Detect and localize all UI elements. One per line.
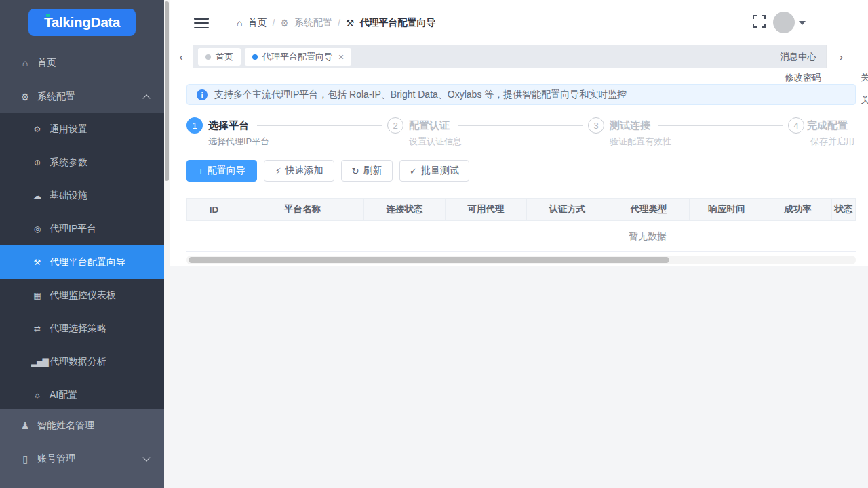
menu-item-change-password[interactable]: 修改密码: [785, 72, 821, 84]
users-icon: ♟: [19, 420, 31, 431]
sidebar-item-label: 代理选择策略: [50, 323, 106, 335]
lightbulb-icon: ☼: [31, 390, 43, 400]
topbar: ⌂ 首页 / ⚙ 系统配置 / ⚒ 代理平台配置向导: [170, 0, 868, 45]
step-2-circle: 2: [387, 117, 403, 134]
tab-dot-icon: [252, 54, 258, 60]
avatar[interactable]: [773, 12, 795, 33]
tab-home[interactable]: 首页: [198, 48, 241, 66]
sidebar-item-label: 代理IP平台: [50, 223, 96, 235]
column-header-success-rate: 成功率: [764, 199, 832, 220]
sidebar-item-proxy-ip-platform[interactable]: ◎ 代理IP平台: [0, 212, 164, 245]
empty-state-text: 暂无数据: [629, 230, 667, 243]
horizontal-scrollbar[interactable]: [186, 256, 856, 264]
column-header-available-proxies: 可用代理: [446, 199, 527, 220]
main-area: ⌂ 首页 / ⚙ 系统配置 / ⚒ 代理平台配置向导 ‹ 首页: [170, 0, 868, 488]
info-banner-text: 支持多个主流代理IP平台，包括 Rola-IP、Bright Data、Oxyl…: [214, 89, 627, 101]
tools-icon: ⚒: [31, 258, 43, 267]
step-2-title: 配置认证: [409, 119, 450, 132]
batch-test-button[interactable]: ✓ 批量测试: [399, 160, 469, 182]
globe-icon: ◎: [31, 224, 43, 234]
sidebar-item-smart-name-management[interactable]: ♟ 智能姓名管理: [0, 409, 164, 442]
sidebar-item-proxy-wizard[interactable]: ⚒ 代理平台配置向导: [0, 245, 164, 279]
gear-icon: ⚙: [19, 92, 31, 102]
step-1-circle: 1: [186, 117, 203, 134]
logo-text: TalkingData: [44, 14, 120, 30]
step-2-desc: 设置认证信息: [409, 136, 462, 148]
lightning-icon: ⚡: [275, 166, 281, 176]
column-header-connection-status: 连接状态: [364, 199, 446, 220]
sidebar-item-proxy-analytics[interactable]: ▂▅▇ 代理数据分析: [0, 345, 164, 378]
content-panel: i 支持多个主流代理IP平台，包括 Rola-IP、Bright Data、Ox…: [170, 68, 868, 266]
sidebar-item-proxy-strategy[interactable]: ⇄ 代理选择策略: [0, 312, 164, 345]
sidebar-item-home[interactable]: ⌂ 首页: [0, 45, 164, 81]
menu-item-edge-1[interactable]: 关: [861, 72, 868, 84]
step-4-title: 完成配置: [807, 119, 848, 132]
gear-icon: ⚙: [31, 125, 43, 134]
tab-label: 首页: [216, 51, 233, 63]
fullscreen-icon[interactable]: [753, 15, 766, 28]
plus-icon: +: [198, 166, 203, 176]
breadcrumb: ⌂ 首页 / ⚙ 系统配置 / ⚒ 代理平台配置向导: [237, 0, 435, 45]
horizontal-scrollbar-thumb[interactable]: [189, 257, 669, 263]
step-1-desc: 选择代理IP平台: [208, 136, 269, 148]
sidebar-item-infrastructure[interactable]: ☁ 基础设施: [0, 179, 164, 212]
vertical-scrollbar[interactable]: [164, 0, 170, 488]
sidebar-item-label: 系统参数: [50, 157, 87, 169]
hamburger-menu-icon[interactable]: [194, 18, 209, 28]
sidebar-item-label: 通用设置: [50, 123, 87, 136]
sidebar-item-label: 代理监控仪表板: [50, 289, 116, 302]
column-header-status: 状态: [832, 199, 855, 220]
quick-add-button[interactable]: ⚡ 快速添加: [264, 160, 334, 182]
sidebar-item-system-config[interactable]: ⚙ 系统配置: [0, 81, 164, 113]
logo[interactable]: TalkingData: [28, 9, 136, 36]
step-connector: [257, 125, 382, 126]
refresh-button[interactable]: ↻ 刷新: [341, 160, 393, 182]
globe-icon: ⊕: [31, 158, 43, 167]
message-center-item[interactable]: 消息中心: [780, 51, 816, 63]
sidebar-item-system-params[interactable]: ⊕ 系统参数: [0, 146, 164, 179]
column-header-auth-method: 认证方式: [527, 199, 608, 220]
sidebar-submenu-system-config: ⚙ 通用设置 ⊕ 系统参数 ☁ 基础设施 ◎ 代理IP平台 ⚒ 代理平台配置: [0, 113, 164, 411]
tabbar-end-cap: [856, 45, 868, 68]
breadcrumb-section[interactable]: 系统配置: [294, 17, 332, 29]
sidebar-item-label: AI配置: [50, 389, 77, 401]
avatar-dropdown-caret-icon[interactable]: [799, 21, 806, 25]
tabs-scroll-next-button[interactable]: ›: [826, 45, 856, 68]
column-header-id: ID: [187, 199, 241, 220]
wizard-button[interactable]: + 配置向导: [186, 160, 257, 182]
sidebar-item-account-management[interactable]: ▯ 账号管理: [0, 442, 164, 475]
chevron-down-icon: [142, 453, 150, 461]
breadcrumb-home[interactable]: 首页: [248, 17, 267, 29]
tools-icon: ⚒: [346, 18, 355, 28]
vertical-scrollbar-thumb[interactable]: [165, 1, 169, 181]
close-icon[interactable]: ×: [338, 52, 344, 62]
sidebar-item-label: 基础设施: [50, 190, 87, 202]
tabs-scroll-prev-button[interactable]: ‹: [170, 45, 193, 68]
sidebar-item-general-settings[interactable]: ⚙ 通用设置: [0, 113, 164, 146]
app-window: TalkingData ⌂ 首页 ⚙ 系统配置 ⚙ 通用设置 ⊕ 系统参数: [0, 0, 868, 488]
sidebar-menu: ⌂ 首页 ⚙ 系统配置 ⚙ 通用设置 ⊕ 系统参数 ☁ 基础设施: [0, 45, 164, 411]
bar-chart-icon: ▂▅▇: [31, 357, 43, 367]
tabbar: ‹ 首页 代理平台配置向导 × 消息中心 ›: [170, 45, 868, 68]
tab-label: 代理平台配置向导: [262, 51, 333, 63]
column-header-proxy-type: 代理类型: [608, 199, 690, 220]
step-connector: [458, 125, 583, 126]
step-1-title: 选择平台: [208, 119, 249, 132]
info-banner: i 支持多个主流代理IP平台，包括 Rola-IP、Bright Data、Ox…: [186, 84, 856, 105]
sidebar-item-label: 代理平台配置向导: [50, 256, 125, 268]
menu-item-edge-2[interactable]: 关: [861, 94, 868, 106]
dashboard-icon: ▦: [31, 291, 43, 300]
sidebar-bottom-section: ♟ 智能姓名管理 ▯ 账号管理: [0, 409, 164, 488]
home-icon: ⌂: [237, 18, 242, 28]
step-3-circle: 3: [588, 117, 604, 134]
sidebar-item-proxy-dashboard[interactable]: ▦ 代理监控仪表板: [0, 279, 164, 312]
column-header-platform-name: 平台名称: [241, 199, 364, 220]
gear-icon: ⚙: [280, 18, 289, 28]
breadcrumb-separator: /: [272, 18, 275, 28]
home-icon: ⌂: [19, 58, 31, 68]
sidebar-item-label: 代理数据分析: [50, 356, 106, 368]
info-icon: i: [197, 89, 208, 100]
sidebar-item-ai-config[interactable]: ☼ AI配置: [0, 378, 164, 411]
tab-proxy-wizard[interactable]: 代理平台配置向导 ×: [245, 48, 351, 66]
sidebar-item-label: 系统配置: [37, 91, 75, 103]
